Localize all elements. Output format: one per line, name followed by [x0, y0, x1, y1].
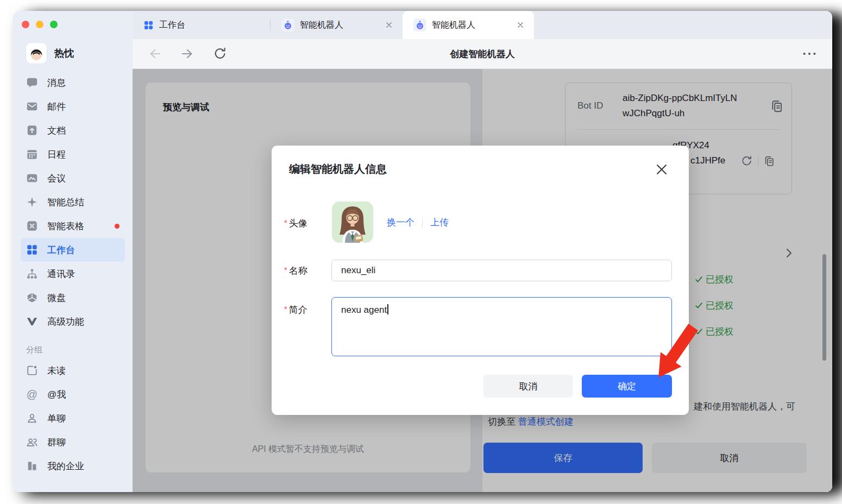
sidebar-item-mail[interactable]: 邮件	[21, 94, 125, 118]
company-icon	[26, 460, 38, 472]
text-cursor	[387, 304, 388, 314]
sidebar-item-calendar[interactable]: 日程	[21, 142, 125, 166]
sidebar-item-label: @我	[47, 388, 66, 401]
robot-icon	[281, 18, 294, 32]
envelope-icon	[26, 100, 38, 112]
meeting-icon	[26, 172, 38, 184]
drive-icon	[26, 292, 38, 304]
modal-title: 编辑智能机器人信息	[289, 162, 387, 177]
avatar-field-label: *头像	[284, 217, 307, 230]
divider	[422, 218, 423, 228]
sidebar-item-drive[interactable]: 微盘	[21, 286, 125, 310]
close-icon[interactable]	[655, 163, 668, 176]
sidebar-group-label: 分组	[26, 343, 120, 356]
sidebar-item-meetings[interactable]: 会议	[21, 166, 125, 190]
zoom-window-button[interactable]	[50, 21, 58, 28]
workbench-tab-icon	[143, 20, 154, 30]
sidebar-item-advanced[interactable]: 高级功能	[21, 310, 125, 333]
modal-cancel-button[interactable]: 取消	[483, 375, 573, 398]
upload-avatar-link[interactable]: 上传	[430, 216, 449, 229]
user-avatar	[26, 43, 47, 64]
window-controls	[13, 16, 133, 33]
sparkle-icon	[26, 196, 38, 208]
navigation-bar: 创建智能机器人	[133, 39, 832, 69]
tab-workbench[interactable]: 工作台	[133, 11, 270, 39]
sidebar-item-label: 日程	[47, 148, 66, 161]
desc-field-label: *简介	[284, 304, 307, 316]
tab-label: 工作台	[159, 20, 262, 31]
calendar-icon	[26, 148, 38, 160]
close-tab-icon[interactable]	[383, 19, 395, 31]
sidebar-item-label: 高级功能	[47, 316, 84, 328]
minimize-window-button[interactable]	[36, 21, 43, 28]
tab-label: 智能机器人	[300, 20, 378, 31]
sidebar-item-label: 文档	[47, 124, 66, 137]
sidebar-item-group-chats[interactable]: 群聊	[21, 430, 125, 454]
sidebar-item-unread[interactable]: 未读	[21, 358, 125, 382]
sidebar-item-label: 未读	[47, 364, 66, 377]
sidebar-item-label: 智能总结	[47, 196, 84, 209]
edit-bot-modal: 编辑智能机器人信息 *头像	[272, 146, 689, 415]
page-title: 创建智能机器人	[133, 48, 832, 60]
sidebar-item-label: 工作台	[47, 244, 75, 256]
sidebar-item-label: 消息	[47, 77, 66, 89]
sidebar-item-label: 微盘	[47, 292, 66, 304]
change-avatar-link[interactable]: 换一个	[387, 216, 414, 229]
sidebar-item-label: 会议	[47, 172, 66, 185]
sidebar-item-docs[interactable]: 文档	[21, 118, 125, 142]
sidebar-item-mentions[interactable]: @ @我	[21, 382, 125, 406]
robot-icon	[413, 18, 426, 32]
sidebar-item-my-company[interactable]: 我的企业	[21, 454, 125, 478]
tab-label: 智能机器人	[432, 20, 509, 31]
notification-dot	[115, 224, 120, 229]
sidebar-item-messages[interactable]: 消息	[21, 71, 125, 94]
grid-icon	[26, 244, 38, 256]
forward-button[interactable]	[178, 45, 197, 63]
refresh-button[interactable]	[211, 45, 229, 63]
tab-smart-robot-1[interactable]: 智能机器人	[271, 11, 403, 39]
sidebar-item-workbench[interactable]: 工作台	[21, 238, 125, 262]
sidebar-item-label: 邮件	[47, 100, 66, 113]
user-name: 热忱	[54, 47, 74, 60]
content-area: 预览与调试 API 模式暂不支持预览与调试 Bot ID aib-ZipDKg-…	[133, 69, 832, 492]
v-logo-icon	[26, 316, 38, 327]
modal-confirm-button[interactable]: 确定	[582, 375, 672, 398]
at-icon: @	[26, 388, 38, 400]
chat-bubble-icon	[26, 77, 38, 89]
unread-icon	[26, 364, 38, 376]
sidebar-item-contacts[interactable]: 通讯录	[21, 262, 125, 286]
sidebar-item-ai-sheets[interactable]: 智能表格	[21, 214, 125, 238]
document-icon	[26, 124, 38, 136]
sidebar: 热忱 消息 邮件 文档 日程	[13, 11, 133, 492]
name-field-label: *名称	[284, 264, 307, 277]
sidebar-item-label: 通讯录	[47, 268, 75, 280]
avatar-actions: 换一个 上传	[387, 216, 449, 229]
table-icon	[26, 220, 38, 232]
sidebar-item-label: 我的企业	[47, 460, 84, 472]
close-tab-icon[interactable]	[514, 19, 526, 31]
more-menu-button[interactable]	[800, 45, 819, 63]
back-button[interactable]	[146, 45, 164, 63]
sidebar-item-direct-chats[interactable]: 单聊	[21, 406, 125, 430]
bot-avatar-image[interactable]	[332, 201, 373, 243]
sidebar-item-ai-summary[interactable]: 智能总结	[21, 190, 125, 214]
sidebar-item-label: 群聊	[47, 436, 66, 449]
main-area: 工作台 智能机器人 智能机器人	[133, 11, 832, 492]
app-window: 热忱 消息 邮件 文档 日程	[13, 11, 832, 492]
bot-name-input[interactable]	[331, 260, 672, 281]
people-icon	[26, 436, 38, 448]
user-profile[interactable]: 热忱	[21, 41, 125, 65]
org-chart-icon	[26, 268, 38, 280]
close-window-button[interactable]	[22, 21, 29, 28]
bot-description-textarea[interactable]: nexu agent	[331, 297, 672, 356]
person-icon	[26, 412, 38, 424]
tab-smart-robot-2-active[interactable]: 智能机器人	[403, 11, 534, 39]
sidebar-item-label: 单聊	[47, 412, 66, 425]
tab-bar: 工作台 智能机器人 智能机器人	[133, 11, 832, 39]
sidebar-item-label: 智能表格	[47, 220, 84, 232]
